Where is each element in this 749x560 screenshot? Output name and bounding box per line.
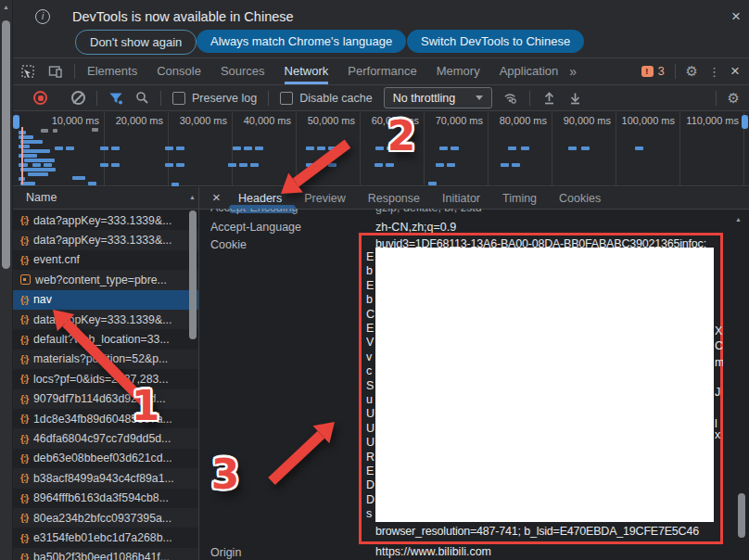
export-har-icon[interactable]: [567, 91, 582, 106]
request-row[interactable]: {:}data?appKey=333.1333&...: [13, 230, 198, 249]
tab-console[interactable]: Console: [157, 58, 201, 84]
request-row[interactable]: {:}9079df7b114d63d9215d...: [13, 389, 198, 409]
request-name: 46dfa6804c97cc7d9dd5d...: [33, 432, 171, 445]
request-row[interactable]: {:}materials?position=52&p...: [13, 350, 198, 369]
tab-sources[interactable]: Sources: [221, 58, 265, 84]
disable-cache-checkbox[interactable]: [280, 92, 293, 105]
filter-icon[interactable]: [108, 91, 123, 106]
infobar-close-icon[interactable]: ×: [731, 7, 741, 26]
record-icon[interactable]: [33, 91, 47, 105]
request-name: ba50b2f3b0eed1086b41f...: [33, 551, 170, 560]
header-value: zh-CN,zh;q=0.9: [375, 221, 456, 234]
switch-devtools-chinese-button[interactable]: Switch DevTools to Chinese: [407, 30, 584, 53]
waterfall-bar: [92, 128, 98, 132]
close-devtools-icon[interactable]: ×: [730, 62, 740, 81]
request-name: data?appKey=333.1339&...: [33, 313, 171, 326]
waterfall-bar: [100, 146, 108, 150]
request-row[interactable]: {:}data?appKey=333.1339&...: [13, 210, 198, 230]
detail-tab-response[interactable]: Response: [368, 187, 420, 210]
network-settings-gear-icon[interactable]: ⚙: [728, 90, 740, 107]
request-row[interactable]: web?content_type=pbre...: [13, 270, 198, 289]
page-scrollbar-thumb[interactable]: [2, 20, 10, 269]
request-row[interactable]: {:}deb63e08bbeef03d621cd...: [13, 449, 198, 468]
cookie-text-fragment: x: [715, 428, 723, 441]
json-icon: {:}: [20, 215, 33, 225]
disable-cache-toggle[interactable]: Disable cache: [280, 92, 373, 105]
header-name: Accept-Language: [210, 221, 301, 234]
tab-application[interactable]: Application: [500, 58, 559, 84]
clear-icon[interactable]: [71, 91, 85, 105]
more-tabs-icon[interactable]: »: [569, 64, 577, 79]
import-har-icon[interactable]: [541, 91, 556, 106]
preserve-log-checkbox[interactable]: [172, 92, 185, 105]
waterfall-bar: [20, 168, 56, 172]
inspect-element-icon[interactable]: [20, 64, 35, 79]
waterfall-bar: [44, 163, 52, 167]
overview-selection-handle[interactable]: [742, 115, 748, 129]
json-icon: {:}: [20, 255, 33, 265]
scroll-up-icon[interactable]: ▲: [735, 216, 742, 223]
name-column-header[interactable]: Name: [13, 187, 198, 210]
waterfall-bar: [428, 182, 437, 185]
error-count[interactable]: 3: [658, 65, 665, 78]
tab-network[interactable]: Network: [285, 58, 329, 84]
throttling-select[interactable]: No throttling: [384, 87, 492, 108]
more-options-icon[interactable]: ⋮: [708, 65, 720, 79]
request-name: 80ea234b2bfcc0937395a...: [33, 512, 171, 525]
waterfall-bar: [244, 146, 252, 150]
request-row[interactable]: {:}b38acf8499a943c4cf89a1...: [13, 468, 198, 488]
detail-tab-preview[interactable]: Preview: [304, 187, 345, 210]
request-row[interactable]: {:}1dc8e34fb89d604853e7a...: [13, 409, 198, 428]
request-name: data?appKey=333.1339&...: [33, 214, 171, 227]
preserve-log-toggle[interactable]: Preserve log: [172, 92, 257, 105]
time-tick-label: 80,000 ms: [482, 115, 547, 126]
request-row[interactable]: {:}data?appKey=333.1339&...: [13, 310, 198, 329]
details-scrollbar-thumb[interactable]: [738, 493, 745, 538]
json-icon: {:}: [20, 394, 33, 404]
scroll-up-icon[interactable]: ▲: [189, 194, 196, 200]
request-row[interactable]: {:}8964fffb6163da3f594cb8...: [13, 489, 198, 508]
time-tick-label: 30,000 ms: [162, 115, 227, 126]
request-list-scrollbar-thumb[interactable]: [189, 210, 197, 339]
network-conditions-icon[interactable]: [503, 91, 518, 106]
detail-tab-timing[interactable]: Timing: [502, 187, 537, 210]
devtools-window: ▲ i DevTools is now available in Chinese…: [0, 0, 749, 560]
panel-divider: [198, 187, 199, 560]
tab-memory[interactable]: Memory: [437, 58, 480, 84]
waterfall-bar: [176, 146, 184, 150]
request-row[interactable]: {:}ba50b2f3b0eed1086b41f...: [13, 548, 198, 560]
detail-tab-cookies[interactable]: Cookies: [559, 187, 601, 210]
json-icon: {:}: [20, 374, 33, 384]
overview-selection-handle[interactable]: [13, 115, 19, 129]
detail-tab-initiator[interactable]: Initiator: [442, 187, 480, 210]
time-tick-label: 20,000 ms: [98, 115, 163, 126]
scroll-up-icon[interactable]: ▲: [3, 4, 9, 10]
cookie-text-fragment: C: [715, 339, 723, 352]
request-name: 8964fffb6163da3f594cb8...: [33, 491, 169, 504]
tab-elements[interactable]: Elements: [87, 58, 137, 84]
device-toolbar-icon[interactable]: [48, 64, 63, 79]
request-row[interactable]: {:}e3154feb01ebc1d7a268b...: [13, 528, 198, 547]
request-row[interactable]: {:}event.cnf: [13, 250, 198, 270]
waterfall-bar: [447, 163, 455, 167]
request-row[interactable]: {:}80ea234b2bfcc0937395a...: [13, 508, 198, 528]
error-badge-icon[interactable]: [641, 66, 654, 77]
waterfall-bar: [165, 163, 173, 167]
request-row[interactable]: {:}nav: [13, 290, 198, 310]
waterfall-bar: [233, 146, 241, 150]
annotation-number-2: 2: [387, 112, 416, 159]
request-row[interactable]: {:}locs?pf=0&ids=2837,283...: [13, 369, 198, 388]
tab-performance[interactable]: Performance: [348, 58, 416, 84]
dont-show-again-button[interactable]: Don't show again: [75, 30, 197, 55]
request-row[interactable]: {:}default?web_location=33...: [13, 329, 198, 349]
always-match-language-button[interactable]: Always match Chrome's language: [197, 30, 406, 53]
page-scrollbar[interactable]: ▲: [0, 0, 13, 560]
close-details-icon[interactable]: ×: [212, 189, 221, 205]
request-row[interactable]: {:}46dfa6804c97cc7d9dd5d...: [13, 428, 198, 448]
waterfall-bar: [306, 163, 314, 167]
settings-gear-icon[interactable]: ⚙: [686, 63, 698, 80]
waterfall-bar: [72, 176, 85, 180]
search-icon[interactable]: [134, 91, 149, 106]
time-tick-label: 40,000 ms: [226, 115, 291, 126]
json-icon: {:}: [20, 295, 33, 305]
